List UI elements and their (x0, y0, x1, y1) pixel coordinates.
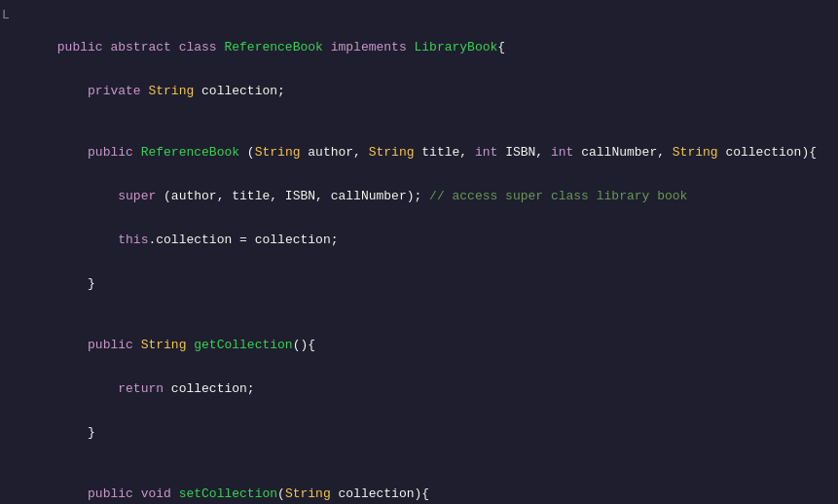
code-editor: L public abstract class ReferenceBook im… (0, 0, 838, 504)
code-line (0, 454, 838, 472)
code-line: this.collection = collection; (0, 218, 838, 262)
code-line: public abstract class ReferenceBook impl… (0, 25, 838, 69)
code-line: L (0, 8, 838, 25)
code-line (0, 113, 838, 130)
code-line: } (0, 262, 838, 306)
code-line: public void setCollection(String collect… (0, 472, 838, 504)
code-line: } (0, 411, 838, 454)
code-line: super (author, title, ISBN, callNumber);… (0, 174, 838, 218)
code-line: private String collection; (0, 69, 838, 113)
code-line: public String getCollection(){ (0, 323, 838, 367)
code-line (0, 306, 838, 323)
code-line: public ReferenceBook (String author, Str… (0, 130, 838, 174)
code-line: return collection; (0, 367, 838, 411)
